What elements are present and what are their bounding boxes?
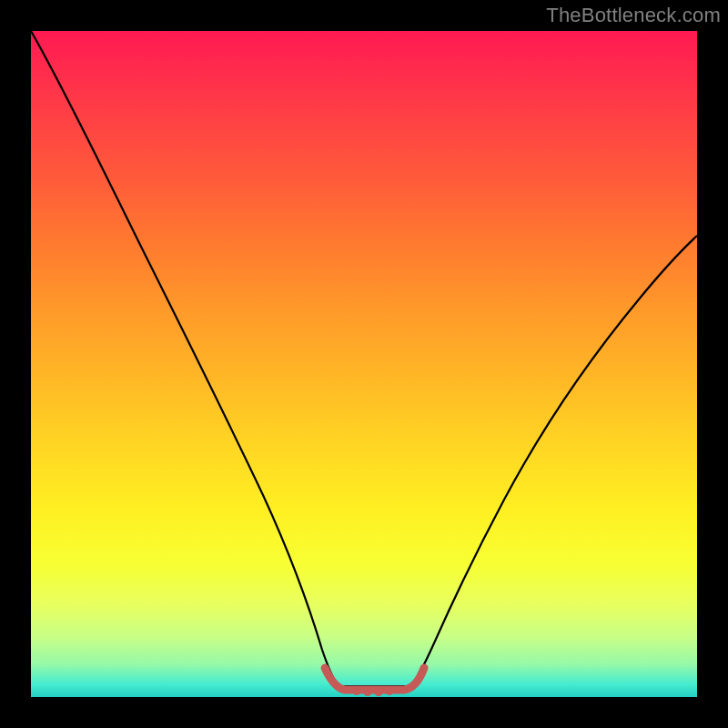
chart-frame: TheBottleneck.com	[0, 0, 728, 728]
svg-point-4	[386, 688, 393, 695]
svg-point-1	[353, 688, 360, 695]
watermark-text: TheBottleneck.com	[546, 4, 721, 27]
svg-point-5	[397, 686, 404, 693]
marker-trace	[325, 668, 424, 690]
svg-point-2	[364, 689, 371, 696]
bottleneck-curve	[31, 31, 697, 686]
plot-area	[31, 31, 697, 697]
svg-point-3	[375, 689, 382, 696]
svg-point-0	[342, 686, 349, 693]
chart-svg	[31, 31, 697, 697]
